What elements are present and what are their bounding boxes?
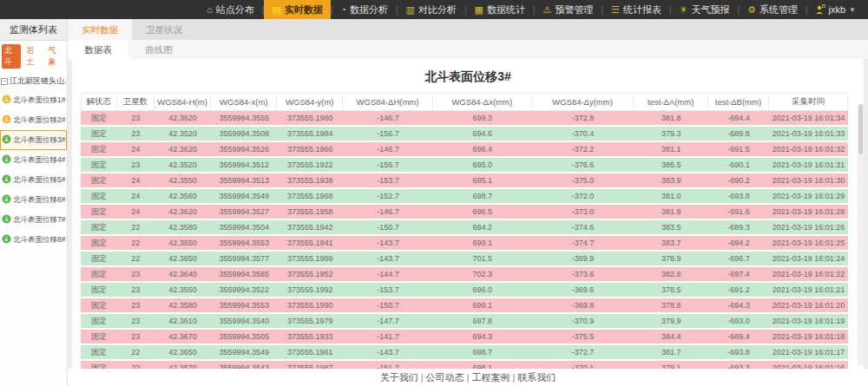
table-cell: -372.2 [532, 142, 635, 158]
table-cell: -143.7 [343, 345, 432, 361]
sidebar-item-monitor-7[interactable]: 北斗表面位移7# [0, 210, 67, 230]
sidebar-tab-2[interactable]: 岩土 [23, 44, 43, 69]
sidebar-item-label: 北斗表面位移1# [13, 95, 65, 106]
nav-item-data-analysis[interactable]: ◔数据分析 [332, 0, 396, 19]
nav-item-data-statistics[interactable]: ▦数据统计 [467, 0, 533, 19]
table-cell: -143.7 [343, 252, 432, 267]
table-cell: -691.2 [708, 283, 769, 298]
tab-secondary-1[interactable]: 数据表 [68, 40, 128, 59]
sidebar-item-label: 北斗表面位移8# [13, 235, 65, 245]
main-menu: ⌂站点分布|▤实时数据|◔数据分析|▥对比分析|▦数据统计|⚠预警管理|☰统计报… [199, 0, 806, 19]
table-cell: -146.7 [343, 142, 432, 158]
table-cell: 373555.1942 [277, 220, 343, 236]
table-cell: -369.8 [532, 298, 635, 314]
column-header: test-ΔB(mm) [708, 93, 769, 111]
table-cell: 22 [117, 361, 155, 369]
table-cell: -373.6 [532, 267, 635, 283]
table-scrollbar[interactable] [858, 104, 864, 365]
table-cell: 3559994.3512 [211, 158, 277, 173]
tab-primary-1[interactable]: 实时数据 [68, 19, 132, 40]
table-cell: 23 [117, 314, 155, 330]
content-area: 北斗表面位移3# 解状态卫星数WGS84-H(m)WGS84-x(m)WGS84… [68, 59, 868, 369]
nav-item-label: 预警管理 [555, 3, 593, 16]
table-row: 固定2342.35203559994.3512373555.1922-156.7… [81, 158, 848, 173]
table-cell: 702.3 [433, 267, 532, 283]
tab-primary-2[interactable]: 卫星状况 [132, 19, 196, 40]
nav-item-weather-forecast[interactable]: ☀天气预报 [672, 0, 738, 19]
table-cell: 22 [117, 252, 155, 267]
table-cell: 2021-03-19 16:01:30 [769, 173, 848, 189]
table-cell: -153.7 [343, 283, 432, 298]
nav-item-comparison-analysis[interactable]: ▥对比分析 [398, 0, 464, 19]
table-cell: 379.1 [634, 361, 708, 369]
table-cell: -153.7 [343, 173, 432, 189]
table-cell: -689.8 [708, 127, 769, 142]
nav-item-system-management[interactable]: ⚙系统管理 [740, 0, 806, 19]
table-cell: 695.1 [433, 173, 532, 189]
table-cell: 3559994.3553 [211, 236, 277, 252]
table-cell: -372.0 [532, 189, 635, 205]
stats-icon: ▦ [475, 4, 483, 16]
nav-item-site-distribution[interactable]: ⌂站点分布 [199, 0, 262, 19]
tree-collapse-icon[interactable]: − [1, 78, 8, 85]
nav-item-statistical-reports[interactable]: ☰统计报表 [603, 0, 669, 19]
nav-item-label: 统计报表 [623, 3, 661, 16]
realtime-data-table: 解状态卫星数WGS84-H(m)WGS84-x(m)WGS84-y(m)WGS8… [81, 93, 848, 369]
table-cell: -374.6 [532, 220, 635, 236]
table-cell: 42.3620 [155, 111, 211, 127]
table-cell: 383.7 [634, 236, 708, 252]
main-panel: 实时数据卫星状况 数据表曲线图 北斗表面位移3# 解状态卫星数WGS84-H(m… [68, 19, 868, 386]
table-cell: 固定 [81, 283, 117, 298]
table-cell: 373555.1952 [277, 267, 343, 283]
table-cell: 42.3580 [155, 298, 211, 314]
tab-secondary-2[interactable]: 曲线图 [128, 40, 189, 59]
footer-link-4[interactable]: 联系我们 [517, 372, 556, 383]
nav-item-alert-management[interactable]: ⚠预警管理 [536, 0, 602, 19]
sidebar-item-monitor-2[interactable]: 北斗表面位移2# [0, 110, 67, 130]
satellite-status-icon [2, 214, 11, 226]
table-cell: 23 [117, 111, 155, 127]
table-cell: -146.7 [343, 205, 432, 220]
table-cell: 23 [117, 158, 155, 173]
table-cell: -375.0 [532, 173, 635, 189]
sidebar-item-monitor-6[interactable]: 北斗表面位移6# [0, 190, 67, 210]
table-cell: 固定 [81, 345, 117, 361]
sidebar-item-monitor-8[interactable]: 北斗表面位移8# [0, 230, 67, 250]
column-header: WGS84-Δx(mm) [433, 93, 532, 111]
sidebar-item-monitor-4[interactable]: 北斗表面位移4# [0, 150, 67, 170]
table-cell: 698.7 [433, 345, 532, 361]
sidebar-item-monitor-3[interactable]: 北斗表面位移3# [0, 130, 67, 150]
sidebar-tab-1[interactable]: 北斗 [2, 44, 21, 69]
table-cell: -374.7 [532, 236, 635, 252]
footer-divider: | [418, 372, 426, 383]
tree-root-node[interactable]: − 江北新区猪头山... [0, 71, 67, 90]
table-cell: 23 [117, 330, 155, 345]
table-cell: -370.4 [532, 127, 635, 142]
data-table-card: 北斗表面位移3# 解状态卫星数WGS84-H(m)WGS84-x(m)WGS84… [72, 59, 864, 369]
sidebar-item-monitor-5[interactable]: 北斗表面位移5# [0, 170, 67, 190]
table-cell: 42.3520 [155, 158, 211, 173]
table-cell: 373555.1933 [277, 330, 343, 345]
sidebar-tab-3[interactable]: 气象 [46, 44, 65, 69]
table-cell: 373555.1941 [277, 236, 343, 252]
table-cell: -376.6 [532, 158, 635, 173]
footer-link-3[interactable]: 工程案例 [471, 372, 510, 383]
table-cell: -372.7 [532, 345, 635, 361]
table-cell: 383.5 [634, 220, 708, 236]
table-cell: 42.3650 [155, 252, 211, 267]
sidebar-item-monitor-1[interactable]: 北斗表面位移1# [0, 90, 67, 110]
table-cell: 697.8 [433, 314, 532, 330]
table-cell: 381.7 [634, 345, 708, 361]
table-cell: -156.7 [343, 127, 432, 142]
table-cell: -693.3 [708, 361, 769, 369]
scrollbar-thumb[interactable] [858, 104, 863, 154]
table-cell: -690.1 [708, 158, 769, 173]
table-cell: 23 [117, 127, 155, 142]
nav-item-realtime-data[interactable]: ▤实时数据 [264, 0, 330, 19]
footer-link-1[interactable]: 关于我们 [380, 372, 418, 383]
table-cell: 22 [117, 220, 155, 236]
table-cell: 373555.1922 [277, 158, 343, 173]
user-menu[interactable]: jxkb ▼ [808, 0, 863, 19]
footer-link-2[interactable]: 公司动态 [426, 372, 464, 383]
table-cell: -373.0 [532, 205, 635, 220]
